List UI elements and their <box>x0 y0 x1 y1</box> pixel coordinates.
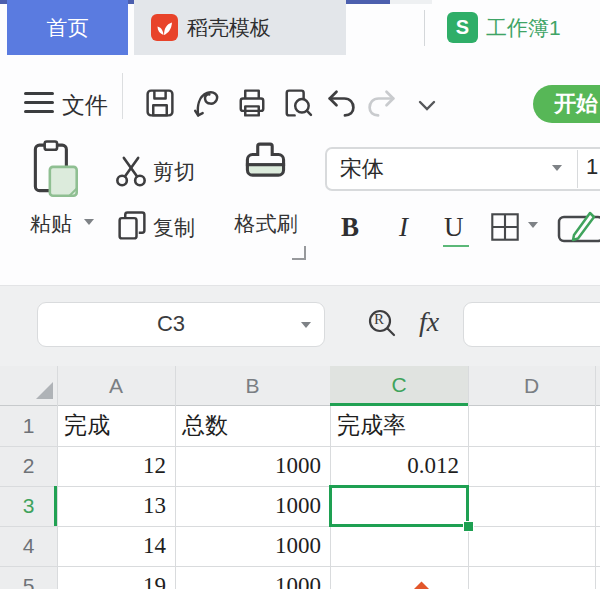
tab-docer-label: 稻壳模板 <box>187 14 271 42</box>
tab-home-label: 首页 <box>47 14 89 42</box>
wps-spreadsheet-icon: S <box>447 12 478 43</box>
cell-b3[interactable]: 1000 <box>175 486 330 526</box>
borders-dropdown-caret-icon[interactable] <box>528 222 538 228</box>
name-box-value: C3 <box>37 311 305 337</box>
font-name-value: 宋体 <box>340 154 384 184</box>
font-size-divider <box>577 150 578 188</box>
row-header-3-selected[interactable]: 3 <box>0 486 57 526</box>
column-header-a[interactable]: A <box>57 366 175 406</box>
active-cell-c3[interactable] <box>329 485 469 527</box>
underline-mark <box>443 245 469 247</box>
print-preview-icon[interactable] <box>280 85 316 121</box>
cut-button[interactable]: 剪切 <box>153 158 195 186</box>
select-all-triangle-icon <box>36 382 53 399</box>
copy-icon[interactable] <box>114 208 150 244</box>
fill-pencil-icon[interactable] <box>556 210 600 246</box>
gridline <box>595 366 596 589</box>
copy-button[interactable]: 复制 <box>153 214 195 242</box>
italic-button[interactable]: I <box>399 212 408 243</box>
ribbon-tab-start[interactable]: 开始 <box>533 85 600 123</box>
undo-icon[interactable] <box>323 85 359 121</box>
cell-b2[interactable]: 1000 <box>175 446 330 486</box>
bold-button[interactable]: B <box>341 212 359 243</box>
cell-c2[interactable]: 0.012 <box>330 446 468 486</box>
export-icon[interactable] <box>188 85 224 121</box>
fill-handle[interactable] <box>463 521 474 532</box>
cell-c1[interactable]: 完成率 <box>330 406 468 446</box>
cell-a5[interactable]: 19 <box>57 566 175 589</box>
tab-home[interactable]: 首页 <box>7 0 128 55</box>
row-header-2[interactable]: 2 <box>0 446 57 486</box>
column-header-b[interactable]: B <box>175 366 330 406</box>
font-dropdown-caret-icon[interactable] <box>552 165 562 171</box>
cell-a3[interactable]: 13 <box>57 486 175 526</box>
cut-icon[interactable] <box>112 152 150 190</box>
search-icon-letter: R <box>374 311 384 328</box>
formula-input[interactable] <box>463 302 600 347</box>
docer-logo-icon <box>151 14 178 41</box>
row-header-4[interactable]: 4 <box>0 526 57 566</box>
cell-b1[interactable]: 总数 <box>175 406 330 446</box>
underline-button[interactable]: U <box>444 212 464 243</box>
menu-icon[interactable] <box>24 92 54 114</box>
cell-a2[interactable]: 12 <box>57 446 175 486</box>
print-icon[interactable] <box>234 85 270 121</box>
dialog-launcher-icon[interactable] <box>292 246 306 260</box>
paste-icon[interactable] <box>28 140 82 202</box>
cell-b5[interactable]: 1000 <box>175 566 330 589</box>
cell-a4[interactable]: 14 <box>57 526 175 566</box>
tab-workbook1[interactable]: S 工作簿1 <box>432 0 600 55</box>
format-painter-button[interactable]: 格式刷 <box>227 210 305 238</box>
paste-button[interactable]: 粘贴 <box>24 210 78 238</box>
row-header-5[interactable]: 5 <box>0 566 57 589</box>
save-icon[interactable] <box>142 85 178 121</box>
tab-divider <box>424 10 425 46</box>
borders-icon[interactable] <box>487 209 523 245</box>
font-size-value[interactable]: 1 <box>586 154 598 180</box>
format-painter-icon[interactable] <box>238 140 294 202</box>
redo-icon[interactable] <box>364 85 400 121</box>
column-header-c-selected[interactable]: C <box>330 366 468 406</box>
paste-dropdown-caret-icon[interactable] <box>84 219 94 225</box>
column-header-d[interactable]: D <box>468 366 595 406</box>
cell-a1[interactable]: 完成 <box>57 406 175 446</box>
select-all-button[interactable] <box>0 366 57 406</box>
row-header-1[interactable]: 1 <box>0 406 57 446</box>
tab-docer-templates[interactable]: 稻壳模板 <box>134 0 346 55</box>
tab-workbook-label: 工作簿1 <box>486 14 561 42</box>
toolbar-more-chevron-icon[interactable] <box>416 98 438 114</box>
insert-function-button[interactable]: fx <box>419 306 439 338</box>
cell-b4[interactable]: 1000 <box>175 526 330 566</box>
file-menu-button[interactable]: 文件 <box>62 90 108 121</box>
wps-spreadsheet-window: 首页 稻壳模板 S 工作簿1 文件 <box>0 0 600 589</box>
name-box-caret-icon[interactable] <box>301 322 311 328</box>
toolbar-divider <box>122 73 123 119</box>
